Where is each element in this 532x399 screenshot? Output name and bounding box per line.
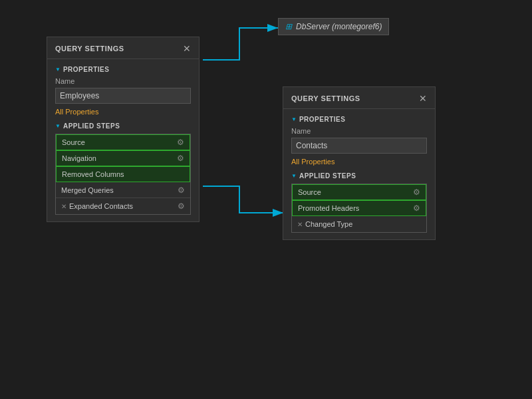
panel1-steps-title: APPLIED STEPS [63, 122, 120, 130]
step-item[interactable]: ✕Expanded Contacts⚙ [56, 198, 190, 214]
step-item[interactable]: ✕Changed Type [292, 216, 426, 232]
step-name: Source [298, 188, 413, 196]
db-server-label: ⊞ DbServer (montegoref6) [278, 18, 389, 35]
step-item[interactable]: Source⚙ [56, 134, 190, 150]
panel2-name-label: Name [291, 127, 427, 135]
panel1-close-button[interactable]: ✕ [183, 44, 191, 53]
query-settings-panel-1: QUERY SETTINGS ✕ ▼ PROPERTIES Name All P… [47, 37, 200, 222]
panel2-steps-title: APPLIED STEPS [299, 172, 356, 180]
panel1-header: QUERY SETTINGS ✕ [47, 37, 199, 59]
step-name: Promoted Headers [298, 204, 413, 212]
panel1-title: QUERY SETTINGS [55, 45, 124, 53]
warning-icon: ✕ [297, 221, 303, 228]
panel1-name-label: Name [55, 77, 191, 85]
db-icon: ⊞ [285, 22, 292, 31]
step-name: Source [62, 138, 177, 146]
panel2-body: ▼ PROPERTIES Name All Properties ▼ APPLI… [283, 109, 435, 239]
step-item[interactable]: Removed Columns [56, 166, 190, 182]
step-name: Navigation [62, 154, 177, 162]
step-item[interactable]: Navigation⚙ [56, 150, 190, 166]
gear-icon[interactable]: ⚙ [177, 154, 184, 163]
panel1-name-input[interactable] [55, 88, 191, 104]
panel2-steps-header: ▼ APPLIED STEPS [291, 172, 427, 180]
panel2-properties-collapse-arrow[interactable]: ▼ [291, 116, 297, 122]
panel1-properties-header: ▼ PROPERTIES [55, 66, 191, 73]
panel2-steps-collapse-arrow[interactable]: ▼ [291, 173, 297, 179]
panel2-header: QUERY SETTINGS ✕ [283, 87, 435, 109]
warning-icon: ✕ [61, 203, 66, 210]
gear-icon[interactable]: ⚙ [413, 188, 420, 197]
gear-icon[interactable]: ⚙ [178, 201, 185, 211]
step-name: Expanded Contacts [69, 202, 178, 210]
step-item[interactable]: Merged Queries⚙ [56, 182, 190, 198]
panel1-properties-title: PROPERTIES [63, 66, 109, 73]
step-name: Merged Queries [61, 186, 178, 194]
step-item[interactable]: Source⚙ [292, 184, 426, 200]
step-item[interactable]: Promoted Headers⚙ [292, 200, 426, 216]
panel2-properties-header: ▼ PROPERTIES [291, 116, 427, 123]
panel1-steps-header: ▼ APPLIED STEPS [55, 122, 191, 130]
step-name: Changed Type [305, 220, 421, 228]
panel2-all-properties-link[interactable]: All Properties [291, 158, 427, 166]
panel1-applied-steps: ▼ APPLIED STEPS Source⚙Navigation⚙Remove… [55, 122, 191, 215]
step-name: Removed Columns [62, 170, 184, 178]
gear-icon[interactable]: ⚙ [177, 138, 184, 147]
panel1-steps-list: Source⚙Navigation⚙Removed ColumnsMerged … [55, 134, 191, 215]
panel1-all-properties-link[interactable]: All Properties [55, 108, 191, 116]
panel1-body: ▼ PROPERTIES Name All Properties ▼ APPLI… [47, 59, 199, 221]
gear-icon[interactable]: ⚙ [178, 186, 185, 195]
panel2-close-button[interactable]: ✕ [419, 94, 427, 103]
steps-collapse-arrow[interactable]: ▼ [55, 123, 61, 129]
panel2-properties-title: PROPERTIES [299, 116, 345, 123]
panel2-applied-steps: ▼ APPLIED STEPS Source⚙Promoted Headers⚙… [291, 172, 427, 233]
gear-icon[interactable]: ⚙ [413, 203, 420, 213]
panel2-name-input[interactable] [291, 138, 427, 154]
panel2-steps-list: Source⚙Promoted Headers⚙✕Changed Type [291, 184, 427, 233]
db-server-text: DbServer (montegoref6) [296, 22, 382, 31]
panel2-title: QUERY SETTINGS [291, 94, 360, 102]
query-settings-panel-2: QUERY SETTINGS ✕ ▼ PROPERTIES Name All P… [283, 86, 436, 240]
properties-collapse-arrow[interactable]: ▼ [55, 66, 61, 72]
